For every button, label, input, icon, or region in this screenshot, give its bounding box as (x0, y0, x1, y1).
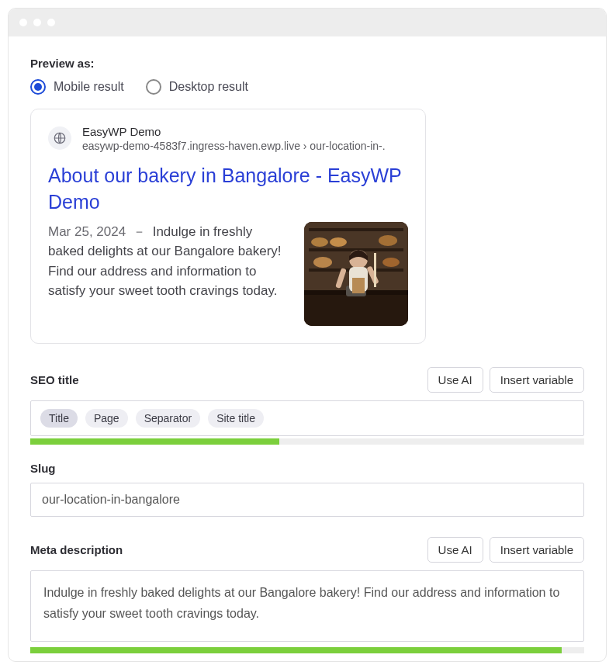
window-dot (33, 19, 41, 26)
preview-radio-group: Mobile result Desktop result (30, 79, 584, 95)
serp-dash: － (133, 224, 146, 239)
slug-label: Slug (30, 462, 56, 475)
meta-description-section: Meta description Use AI Insert variable (30, 537, 584, 653)
meta-description-label: Meta description (30, 543, 123, 556)
radio-mobile-result[interactable]: Mobile result (30, 79, 124, 95)
preview-as-section: Preview as: Mobile result Desktop result (30, 57, 584, 95)
seo-title-section: SEO title Use AI Insert variable Title P… (30, 367, 584, 445)
seo-title-progress-fill (30, 438, 279, 445)
svg-point-9 (313, 257, 332, 268)
svg-rect-11 (304, 293, 408, 326)
use-ai-button[interactable]: Use AI (427, 367, 483, 393)
serp-header: EasyWP Demo easywp-demo-4583f7.ingress-h… (48, 125, 408, 152)
serp-body: Mar 25, 2024 － Indulge in freshly baked … (48, 222, 408, 326)
seo-title-input[interactable]: Title Page Separator Site title (30, 400, 584, 436)
slug-input[interactable] (30, 483, 584, 517)
globe-icon (48, 126, 71, 150)
preview-as-label: Preview as: (30, 57, 584, 70)
use-ai-button[interactable]: Use AI (427, 537, 483, 563)
window-dot (19, 19, 27, 26)
title-bar (9, 9, 606, 36)
seo-title-progress (30, 438, 584, 445)
radio-label: Desktop result (169, 80, 248, 94)
svg-rect-3 (309, 228, 403, 231)
meta-description-input[interactable] (30, 570, 584, 642)
chip-site-title[interactable]: Site title (208, 409, 264, 428)
browser-window: Preview as: Mobile result Desktop result (8, 8, 607, 662)
serp-site-name: EasyWP Demo (82, 125, 386, 138)
serp-breadcrumb: easywp-demo-4583f7.ingress-haven.ewp.liv… (82, 140, 386, 152)
meta-description-progress (30, 647, 584, 653)
radio-indicator (146, 79, 161, 95)
chip-page[interactable]: Page (85, 409, 128, 428)
svg-point-7 (330, 237, 347, 247)
meta-description-progress-fill (30, 647, 562, 653)
svg-rect-19 (374, 253, 376, 287)
serp-title: About our bakery in Bangalore - EasyWP D… (48, 163, 408, 216)
insert-variable-button[interactable]: Insert variable (490, 367, 584, 393)
insert-variable-button[interactable]: Insert variable (490, 537, 584, 563)
svg-point-10 (382, 258, 400, 267)
radio-desktop-result[interactable]: Desktop result (146, 79, 248, 95)
chip-title[interactable]: Title (40, 409, 78, 428)
chip-separator[interactable]: Separator (136, 409, 200, 428)
svg-point-6 (311, 237, 328, 247)
serp-preview-card: EasyWP Demo easywp-demo-4583f7.ingress-h… (30, 109, 426, 344)
serp-description-block: Mar 25, 2024 － Indulge in freshly baked … (48, 222, 290, 326)
radio-indicator (30, 79, 46, 95)
seo-title-label: SEO title (30, 373, 79, 386)
svg-rect-16 (352, 278, 365, 293)
slug-section: Slug (30, 462, 584, 517)
serp-date: Mar 25, 2024 (48, 224, 126, 239)
content-area: Preview as: Mobile result Desktop result (9, 36, 606, 661)
radio-label: Mobile result (54, 80, 124, 94)
svg-point-8 (379, 235, 397, 246)
window-dot (47, 19, 55, 26)
serp-thumbnail (304, 222, 408, 326)
